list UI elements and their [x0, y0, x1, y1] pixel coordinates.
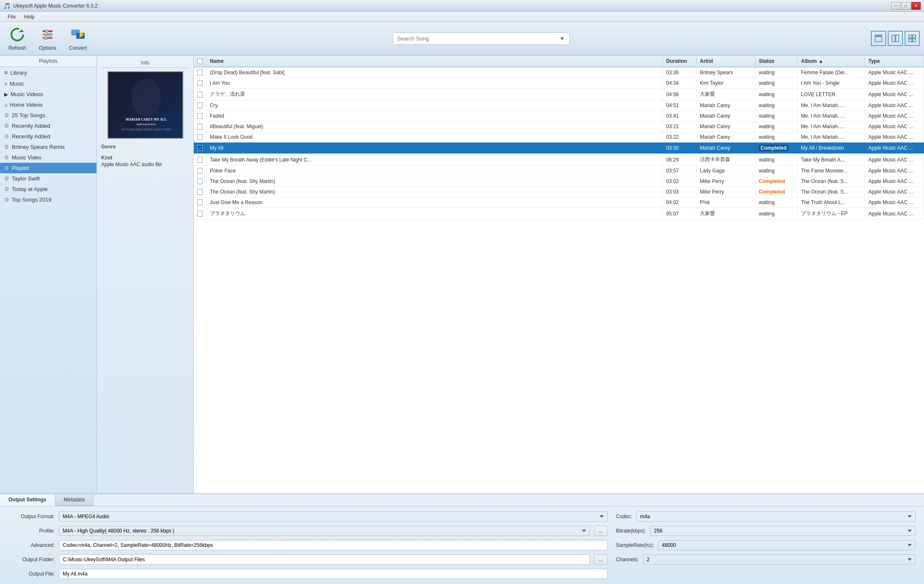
- sidebar-item-25-top-songs[interactable]: ⚙ 25 Top Songs: [0, 110, 96, 121]
- row-check[interactable]: [194, 154, 206, 165]
- row-checkbox[interactable]: [197, 80, 203, 86]
- codec-select[interactable]: m4a: [636, 511, 916, 522]
- row-checkbox[interactable]: [197, 168, 203, 174]
- view-btn-3[interactable]: [905, 31, 920, 46]
- row-duration: 04:51: [663, 100, 696, 110]
- advanced-input[interactable]: [59, 540, 608, 550]
- row-checkbox[interactable]: [197, 92, 203, 97]
- menu-bar: File Help: [0, 12, 924, 22]
- sidebar-item-music-video[interactable]: ⚙ Music Video: [0, 152, 96, 163]
- row-checkbox[interactable]: [197, 189, 203, 195]
- search-input[interactable]: [397, 35, 560, 42]
- samplerate-select[interactable]: 48000: [658, 540, 916, 550]
- table-row[interactable]: Faded 03:41 Mariah Carey waiting Me. I A…: [194, 111, 924, 121]
- table-row[interactable]: I Am You 04:34 Kim Taylor waiting I Am Y…: [194, 78, 924, 89]
- table-row[interactable]: Make It Look Good 03:22 Mariah Carey wai…: [194, 132, 924, 143]
- row-check[interactable]: [194, 176, 206, 186]
- header-checkbox[interactable]: [197, 58, 203, 64]
- table-row[interactable]: Poker Face 03:57 Lady Gaga waiting The F…: [194, 166, 924, 176]
- row-checkbox[interactable]: [197, 70, 203, 75]
- row-check[interactable]: [194, 208, 206, 219]
- sidebar-item-library[interactable]: ≡ Library: [0, 67, 96, 78]
- tab-output-settings[interactable]: Output Settings: [0, 494, 55, 506]
- table-row[interactable]: Take My Breath Away (Eddie's Late Night …: [194, 154, 924, 166]
- convert-button[interactable]: Convert: [65, 24, 91, 53]
- profile-edit-button[interactable]: ...: [594, 526, 608, 536]
- sidebar-item-recently-added-1[interactable]: ⚙ Recently Added: [0, 121, 96, 131]
- sidebar-item-home-videos[interactable]: ⌂ Home Videos: [0, 100, 96, 110]
- table-row[interactable]: Just Give Me a Reason 04:02 P!nk waiting…: [194, 197, 924, 208]
- sidebar-item-top-songs-2019[interactable]: ⚙ Top Songs 2019: [0, 194, 96, 205]
- output-folder-input[interactable]: [59, 554, 590, 565]
- minimize-button[interactable]: ─: [891, 2, 900, 10]
- sidebar-item-recently-added-2[interactable]: ⚙ Recently Added: [0, 131, 96, 142]
- table-row[interactable]: プラネタリウム 05:07 大家愛 waiting プラネタリウム - EP A…: [194, 208, 924, 220]
- row-status: waiting: [755, 121, 798, 132]
- row-check[interactable]: [194, 143, 206, 153]
- sidebar-label-library: Library: [10, 70, 27, 76]
- refresh-button[interactable]: Refresh: [4, 24, 30, 53]
- sidebar-item-music[interactable]: ♪ Music: [0, 78, 96, 89]
- header-artist[interactable]: Artist: [696, 56, 755, 67]
- table-row[interactable]: #Beautiful (feat. Miguel) 03:21 Mariah C…: [194, 121, 924, 132]
- row-name: Take My Breath Away (Eddie's Late Night …: [206, 154, 663, 165]
- row-checkbox[interactable]: [197, 134, 203, 140]
- channels-select[interactable]: 2: [643, 554, 916, 565]
- row-type: Apple Music AAC ...: [865, 208, 924, 219]
- tab-metadata[interactable]: Metadata: [55, 494, 94, 506]
- menu-file[interactable]: File: [3, 13, 20, 21]
- profile-select[interactable]: M4A - High Quality( 48000 Hz, stereo , 2…: [59, 526, 590, 536]
- row-checkbox[interactable]: [197, 178, 203, 184]
- sidebar-item-britney-spears-remix[interactable]: ⚙ Britney Spears Remix: [0, 142, 96, 152]
- album-art: MARIAH CAREY MY ALL BREAKDOWN FEATURING …: [107, 71, 183, 139]
- sidebar-item-today-at-apple[interactable]: ⚙ Today at Apple: [0, 184, 96, 194]
- table-row[interactable]: The Ocean (feat. Shy Martin) 03:03 Mike …: [194, 187, 924, 197]
- view-btn-2[interactable]: [888, 31, 903, 46]
- music-icon: ♪: [4, 80, 7, 87]
- row-check[interactable]: [194, 89, 206, 100]
- sidebar-item-taylor-swift[interactable]: ⚙ Taylor Swift: [0, 173, 96, 184]
- row-checkbox[interactable]: [197, 145, 203, 151]
- svg-point-7: [44, 36, 48, 40]
- sidebar-item-music-videos[interactable]: ▶ Music Videos: [0, 89, 96, 100]
- table-row[interactable]: The Ocean (feat. Shy Martin) 03:03 Mike …: [194, 176, 924, 187]
- row-checkbox[interactable]: [197, 211, 203, 217]
- row-checkbox[interactable]: [197, 113, 203, 119]
- row-check[interactable]: [194, 187, 206, 197]
- row-check[interactable]: [194, 67, 206, 78]
- menu-help[interactable]: Help: [20, 13, 39, 21]
- table-row[interactable]: (Drop Dead) Beautiful [feat. Sabi] 03:36…: [194, 67, 924, 78]
- sidebar-label-music: Music: [10, 81, 24, 87]
- header-status[interactable]: Status: [755, 56, 798, 67]
- table-row[interactable]: Cry. 04:51 Mariah Carey waiting Me. I Am…: [194, 100, 924, 111]
- row-check[interactable]: [194, 100, 206, 110]
- output-format-select[interactable]: M4A - MPEG4 Audio: [59, 511, 608, 522]
- close-button[interactable]: ✕: [911, 2, 921, 10]
- bitrate-select[interactable]: 256: [650, 526, 916, 536]
- header-name[interactable]: Name: [206, 56, 663, 67]
- output-file-input[interactable]: [59, 569, 608, 579]
- row-checkbox[interactable]: [197, 199, 203, 205]
- refresh-icon: [8, 26, 26, 43]
- row-check[interactable]: [194, 121, 206, 132]
- row-checkbox[interactable]: [197, 124, 203, 129]
- row-check[interactable]: [194, 78, 206, 88]
- header-duration[interactable]: Duration: [663, 56, 696, 67]
- table-row[interactable]: クラゲ、流れ星 04:56 大家愛 waiting LOVE LETTER Ap…: [194, 89, 924, 100]
- sidebar-item-playlist[interactable]: ⚙ Playlist: [0, 163, 96, 173]
- table-row[interactable]: My All 03:50 Mariah Carey Completed My A…: [194, 143, 924, 154]
- view-btn-1[interactable]: [871, 31, 886, 46]
- row-checkbox[interactable]: [197, 157, 203, 163]
- options-button[interactable]: Options: [35, 24, 61, 53]
- header-check[interactable]: [194, 56, 206, 67]
- row-check[interactable]: [194, 132, 206, 142]
- header-type[interactable]: Type: [865, 56, 924, 67]
- row-check[interactable]: [194, 111, 206, 121]
- output-folder-browse-button[interactable]: ...: [594, 554, 608, 565]
- search-dropdown-arrow[interactable]: ▼: [560, 35, 565, 42]
- maximize-button[interactable]: □: [901, 2, 911, 10]
- row-check[interactable]: [194, 166, 206, 176]
- row-check[interactable]: [194, 197, 206, 207]
- header-album[interactable]: Album ▲: [798, 56, 865, 67]
- row-checkbox[interactable]: [197, 102, 203, 108]
